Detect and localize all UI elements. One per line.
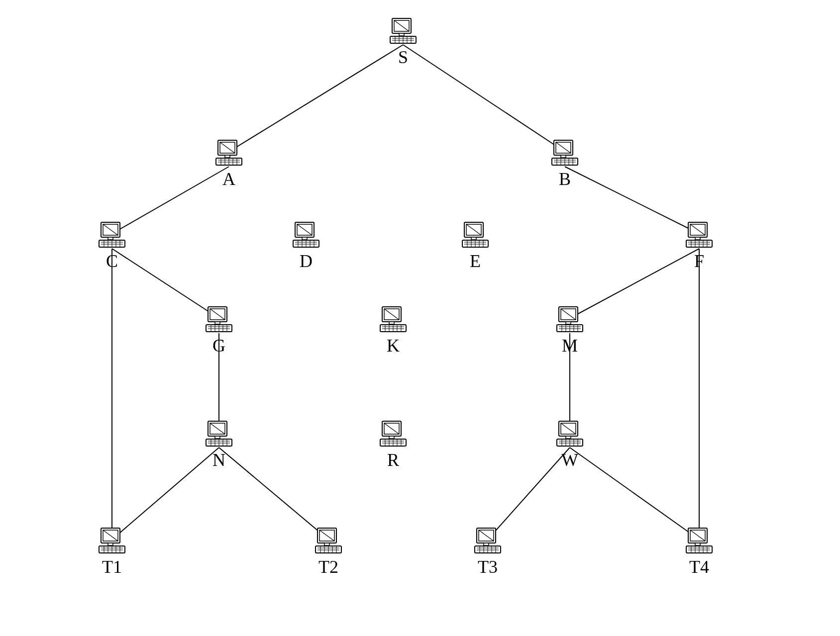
svg-rect-63 (471, 237, 476, 240)
node-N: N (199, 420, 239, 470)
edge-S-B (403, 45, 565, 152)
computer-icon (684, 527, 714, 554)
computer-icon (555, 420, 585, 448)
node-label: W (550, 450, 590, 470)
computer-icon (378, 420, 408, 448)
computer-icon (314, 527, 343, 554)
computer-icon (684, 221, 714, 249)
svg-rect-159 (108, 543, 113, 545)
computer-icon (378, 306, 408, 333)
svg-rect-75 (695, 237, 700, 240)
node-label: D (286, 251, 326, 272)
node-S: S (383, 17, 423, 68)
node-label: A (209, 169, 249, 189)
svg-rect-171 (324, 543, 329, 545)
computer-icon (204, 420, 234, 448)
node-T1: T1 (92, 527, 132, 577)
computer-icon (684, 221, 714, 249)
computer-icon (97, 221, 127, 249)
node-label: M (550, 335, 590, 356)
node-label: N (199, 450, 239, 470)
node-label: T3 (468, 556, 508, 577)
node-M: M (550, 306, 590, 356)
node-W: W (550, 420, 590, 470)
svg-rect-27 (561, 155, 566, 158)
svg-rect-147 (566, 436, 571, 439)
node-label: C (92, 251, 132, 272)
node-G: G (199, 306, 239, 356)
node-label: T4 (679, 556, 719, 577)
svg-rect-3 (399, 33, 404, 36)
computer-icon (291, 221, 321, 249)
svg-rect-99 (389, 322, 394, 324)
svg-rect-135 (389, 436, 394, 439)
node-K: K (373, 306, 413, 356)
node-C: C (92, 221, 132, 272)
computer-icon (555, 420, 585, 448)
computer-icon (214, 139, 244, 167)
node-label: R (373, 450, 413, 470)
computer-icon (555, 306, 585, 333)
computer-icon (291, 221, 321, 249)
network-diagram: S A B (0, 0, 840, 636)
computer-icon (460, 221, 490, 249)
node-T4: T4 (679, 527, 719, 577)
computer-icon (204, 306, 234, 333)
node-label: F (679, 251, 719, 272)
node-R: R (373, 420, 413, 470)
node-label: G (199, 335, 239, 356)
computer-icon (97, 221, 127, 249)
computer-icon (97, 527, 127, 554)
svg-rect-87 (215, 322, 220, 324)
node-label: S (383, 47, 423, 68)
edge-S-A (229, 45, 403, 152)
computer-icon (97, 527, 127, 554)
node-F: F (679, 221, 719, 272)
node-label: E (455, 251, 495, 272)
svg-rect-15 (225, 155, 230, 158)
node-label: B (545, 169, 585, 189)
node-B: B (545, 139, 585, 189)
computer-icon (684, 527, 714, 554)
computer-icon (378, 420, 408, 448)
node-T2: T2 (309, 527, 348, 577)
computer-icon (388, 17, 418, 45)
computer-icon (378, 306, 408, 333)
computer-icon (473, 527, 503, 554)
computer-icon (550, 139, 580, 167)
node-E: E (455, 221, 495, 272)
computer-icon (388, 17, 418, 45)
computer-icon (460, 221, 490, 249)
node-label: T2 (309, 556, 348, 577)
computer-icon (204, 306, 234, 333)
svg-rect-51 (302, 237, 307, 240)
computer-icon (214, 139, 244, 167)
node-A: A (209, 139, 249, 189)
node-label: K (373, 335, 413, 356)
svg-rect-183 (484, 543, 489, 545)
svg-rect-195 (695, 543, 700, 545)
node-label: T1 (92, 556, 132, 577)
computer-icon (555, 306, 585, 333)
computer-icon (473, 527, 503, 554)
computer-icon (550, 139, 580, 167)
svg-rect-111 (566, 322, 571, 324)
computer-icon (204, 420, 234, 448)
node-D: D (286, 221, 326, 272)
computer-icon (314, 527, 343, 554)
node-T3: T3 (468, 527, 508, 577)
svg-rect-39 (108, 237, 113, 240)
svg-rect-123 (215, 436, 220, 439)
